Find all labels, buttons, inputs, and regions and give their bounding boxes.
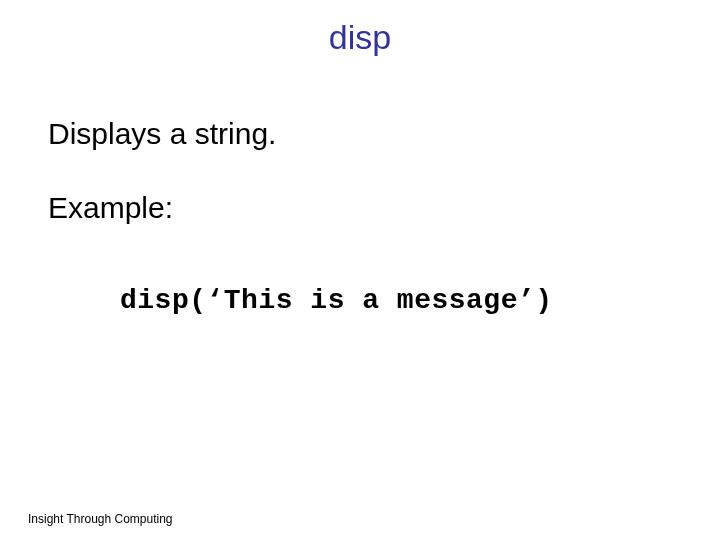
example-heading: Example: (48, 191, 672, 225)
description-line: Displays a string. (48, 117, 672, 151)
code-example: disp(‘This is a message’) (120, 285, 672, 316)
slide-title: disp (0, 0, 720, 57)
footer-text: Insight Through Computing (28, 512, 173, 526)
slide-body: Displays a string. Example: disp(‘This i… (0, 117, 720, 316)
